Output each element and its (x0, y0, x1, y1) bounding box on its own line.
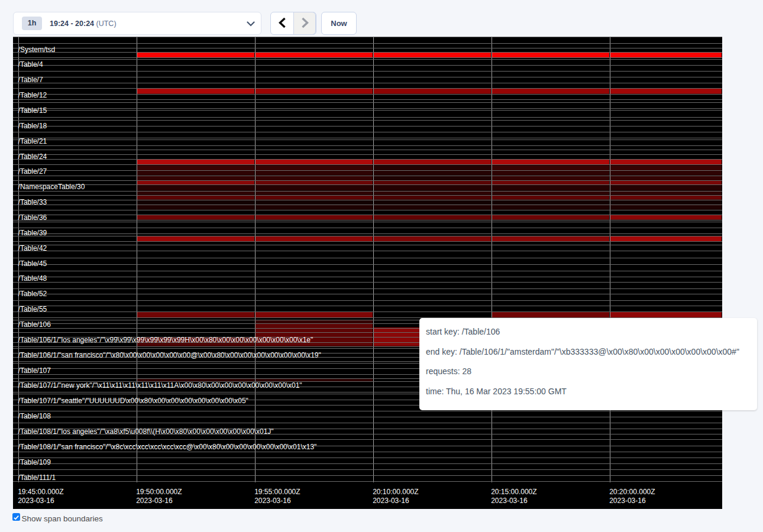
svg-text:20:10:00.000Z: 20:10:00.000Z (373, 488, 418, 496)
svg-text:/Table/106/1/"san francisco"/": /Table/106/1/"san francisco"/"\x80\x00\x… (18, 351, 321, 359)
svg-text:/Table/21: /Table/21 (18, 137, 47, 145)
svg-text:/Table/45: /Table/45 (18, 259, 47, 268)
svg-text:2023-03-16: 2023-03-16 (136, 497, 173, 505)
svg-text:/Table/108: /Table/108 (18, 412, 51, 420)
svg-text:/Table/24: /Table/24 (18, 153, 47, 161)
svg-text:/Table/12: /Table/12 (18, 91, 47, 99)
svg-text:19:50:00.000Z: 19:50:00.000Z (136, 488, 182, 496)
svg-text:/Table/42: /Table/42 (18, 244, 47, 252)
svg-text:/Table/55: /Table/55 (18, 305, 47, 313)
svg-text:/Table/39: /Table/39 (18, 229, 47, 237)
svg-text:19:45:00.000Z: 19:45:00.000Z (18, 488, 63, 496)
svg-text:/Table/36: /Table/36 (18, 213, 47, 222)
svg-text:/Table/27: /Table/27 (18, 167, 47, 176)
svg-text:20:20:00.000Z: 20:20:00.000Z (609, 488, 655, 496)
svg-text:/Table/4: /Table/4 (18, 60, 43, 69)
svg-text:/Table/108/1/"los angeles"/"\x: /Table/108/1/"los angeles"/"\xa8\xf5\u00… (18, 427, 274, 436)
svg-text:/System/tsd: /System/tsd (18, 46, 56, 54)
svg-text:2023-03-16: 2023-03-16 (18, 497, 54, 505)
svg-text:/Table/15: /Table/15 (18, 106, 47, 115)
svg-text:/Table/48: /Table/48 (18, 274, 47, 283)
svg-text:/Table/7: /Table/7 (18, 76, 43, 84)
svg-text:/Table/107: /Table/107 (18, 366, 51, 375)
svg-text:2023-03-16: 2023-03-16 (609, 497, 646, 505)
svg-text:/Table/106/1/"los angeles"/"\x: /Table/106/1/"los angeles"/"\x99\x99\x99… (18, 336, 313, 344)
svg-text:2023-03-16: 2023-03-16 (491, 497, 528, 505)
svg-text:/Table/109: /Table/109 (18, 458, 51, 466)
svg-text:/Table/108/1/"san francisco"/": /Table/108/1/"san francisco"/"\x8c\xcc\x… (18, 443, 317, 451)
svg-text:2023-03-16: 2023-03-16 (373, 497, 409, 505)
svg-text:/Table/107/1/"new york"/"\x11\: /Table/107/1/"new york"/"\x11\x11\x11\x1… (18, 381, 302, 390)
svg-text:19:55:00.000Z: 19:55:00.000Z (254, 488, 300, 496)
svg-text:/Table/18: /Table/18 (18, 122, 47, 130)
svg-text:/NamespaceTable/30: /NamespaceTable/30 (18, 183, 85, 191)
svg-text:/Table/33: /Table/33 (18, 198, 47, 206)
svg-text:/Table/106: /Table/106 (18, 320, 51, 329)
svg-text:20:15:00.000Z: 20:15:00.000Z (491, 488, 536, 496)
svg-text:2023-03-16: 2023-03-16 (254, 497, 291, 505)
svg-text:/Table/107/1/"seattle"/"UUUUUU: /Table/107/1/"seattle"/"UUUUUUD\x00\x80\… (18, 397, 248, 405)
svg-text:/Table/52: /Table/52 (18, 290, 47, 298)
svg-text:/Table/111/1: /Table/111/1 (18, 473, 56, 482)
